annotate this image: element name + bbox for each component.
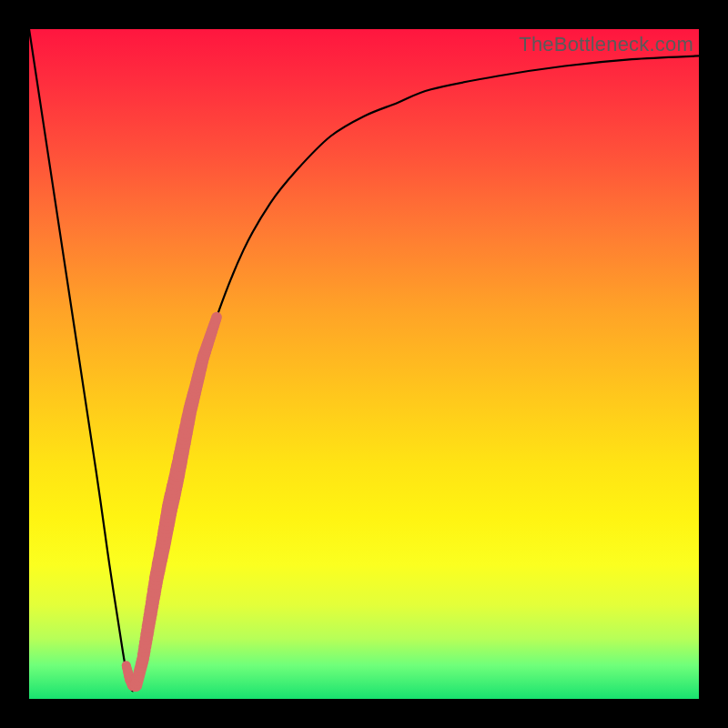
watermark-text: TheBottleneck.com [519,33,693,56]
plot-area: TheBottleneck.com [29,29,699,699]
curve-layer [29,29,699,699]
chart-frame: TheBottleneck.com [0,0,728,728]
highlight-beads [122,312,222,692]
bottleneck-curve [29,29,699,691]
highlight-bead [211,312,222,323]
